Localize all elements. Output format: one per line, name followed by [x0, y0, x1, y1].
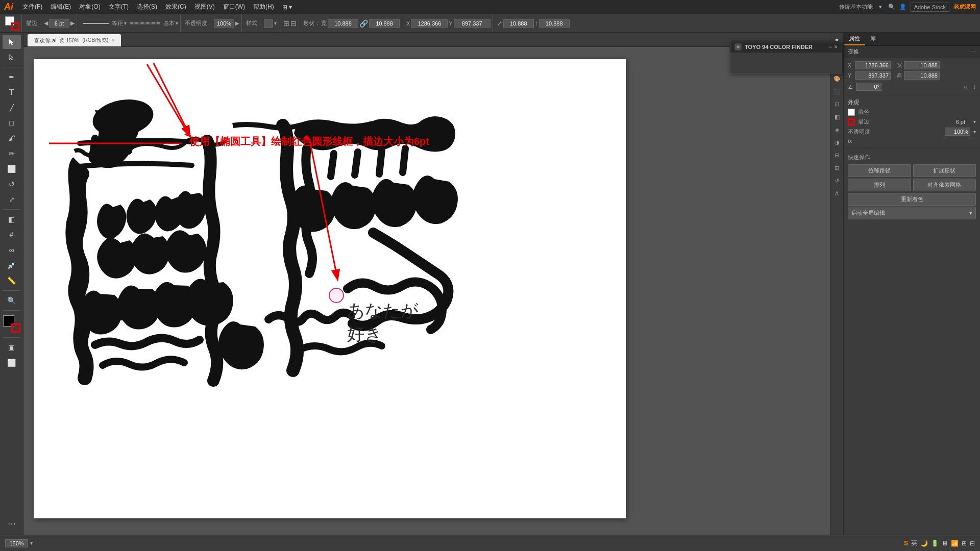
stroke-dropdown-arrow[interactable]: ▾: [973, 119, 976, 124]
menu-view[interactable]: 视图(V): [190, 0, 219, 14]
transform-settings-icon[interactable]: ⋯: [970, 48, 976, 55]
menu-file[interactable]: 文件(F): [18, 0, 46, 14]
mesh-tool[interactable]: #: [3, 228, 21, 242]
eyedropper-tool[interactable]: 💉: [3, 258, 21, 272]
menu-edit[interactable]: 编辑(E): [46, 0, 75, 14]
menu-effects[interactable]: 效果(C): [161, 0, 190, 14]
x-value[interactable]: 1286.366: [411, 19, 448, 28]
menu-mode-icon[interactable]: ⊞ ▾: [278, 0, 296, 14]
charstyle-icon[interactable]: A: [831, 188, 843, 199]
tab-properties[interactable]: 属性: [844, 33, 865, 45]
btn-start-edit[interactable]: 启动全局编辑 ▾: [848, 207, 976, 219]
scale-tool[interactable]: ⤢: [3, 192, 21, 207]
opacity-value-panel[interactable]: 100%: [945, 128, 970, 136]
opacity-value[interactable]: 100%: [214, 19, 234, 28]
w-value[interactable]: 10.888: [328, 19, 358, 28]
stroke-color-swatch[interactable]: [848, 118, 855, 126]
color-finder-close[interactable]: ×: [834, 43, 838, 51]
gradient-panel-icon[interactable]: ◧: [831, 111, 843, 122]
align-panel-icon[interactable]: ⊟: [831, 149, 843, 161]
swatches-icon[interactable]: ⬛: [831, 86, 843, 97]
menu-window[interactable]: 窗口(W): [219, 0, 249, 14]
btn-arrange[interactable]: 排列: [848, 179, 911, 191]
zoom-value[interactable]: 150%: [5, 539, 28, 547]
pathfinder-icon[interactable]: ⊞: [831, 162, 843, 173]
rotate-tool[interactable]: ↺: [3, 177, 21, 191]
transparency-icon[interactable]: ◈: [831, 124, 843, 135]
opacity-more-icon[interactable]: ▶: [235, 20, 239, 26]
flip-h-icon[interactable]: ↔: [963, 83, 969, 90]
stroke-decrease[interactable]: ◀: [44, 20, 48, 27]
transform-icon[interactable]: ↺: [831, 175, 843, 186]
tab-library[interactable]: 库: [865, 33, 881, 45]
eraser-tool[interactable]: ⬜: [3, 162, 21, 176]
btn-recolor[interactable]: 重新着色: [848, 193, 976, 206]
br-more-icon[interactable]: ⊟: [970, 540, 975, 547]
stroke-color-box[interactable]: [11, 323, 20, 333]
fx-label[interactable]: fx: [848, 138, 852, 144]
scale-value[interactable]: 10.888: [503, 19, 534, 28]
br-lang-icon[interactable]: 英: [911, 539, 917, 547]
color-icon[interactable]: 🎨: [831, 73, 843, 84]
btn-expand[interactable]: 扩展形状: [913, 164, 976, 177]
menu-text[interactable]: 文字(T): [105, 0, 133, 14]
zoom-tool[interactable]: 🔍: [3, 293, 21, 308]
select-tool[interactable]: [3, 35, 21, 49]
transform-label: 变换: [848, 48, 859, 56]
stroke-increase[interactable]: ▶: [70, 20, 75, 27]
color-finder-minimize[interactable]: −: [828, 43, 832, 51]
line-tool[interactable]: ╱: [3, 101, 21, 115]
angle-value[interactable]: 0°: [856, 83, 881, 91]
stroke-value[interactable]: 6 pt: [49, 19, 69, 28]
br-settings2-icon[interactable]: ⊞: [962, 540, 967, 547]
pen-tool[interactable]: ✒: [3, 70, 21, 84]
menu-object[interactable]: 对象(O): [75, 0, 104, 14]
paintbrush-tool[interactable]: 🖌: [3, 131, 21, 145]
line2-dropdown-icon[interactable]: ▾: [176, 20, 178, 26]
btn-align-pixels[interactable]: 对齐像素网格: [913, 179, 976, 191]
w-coord-value[interactable]: 10.888: [904, 61, 940, 69]
menu-help[interactable]: 帮助(H): [249, 0, 278, 14]
document-tab[interactable]: 喜欢你.ai @ 150% (RGB/预览) ×: [28, 34, 121, 46]
stroke-icon[interactable]: ⊡: [831, 98, 843, 110]
color-finder-header: TOYO 94 COLOR FINDER − ×: [730, 41, 842, 53]
user-icon[interactable]: 👤: [899, 4, 906, 10]
japanese-text-line1: あなたが: [347, 299, 419, 322]
style-dropdown-icon[interactable]: ▾: [274, 20, 277, 26]
appearance-icon[interactable]: ◑: [831, 137, 843, 148]
pencil-tool[interactable]: ✏: [3, 146, 21, 161]
x-coord-value[interactable]: 1286.366: [855, 61, 891, 69]
screen-mode-btn[interactable]: ⬜: [3, 356, 21, 370]
h-coord-value[interactable]: 10.888: [904, 71, 940, 80]
direct-select-tool[interactable]: [3, 50, 21, 64]
line-dropdown-icon[interactable]: ▾: [124, 20, 127, 26]
search-icon[interactable]: 🔍: [888, 4, 895, 10]
flip-v-icon[interactable]: ↕: [973, 83, 976, 90]
fill-color-swatch[interactable]: [848, 109, 855, 116]
style-swatch[interactable]: [264, 19, 273, 28]
opacity-more-arrow[interactable]: ▾: [973, 129, 976, 135]
add-tool-btn[interactable]: ⋯: [3, 516, 21, 531]
measure-tool[interactable]: 📏: [3, 273, 21, 288]
max-value[interactable]: 10.888: [539, 19, 570, 28]
stroke-size-value[interactable]: 6 pt: [956, 119, 965, 125]
view-mode-btn[interactable]: ▣: [3, 340, 21, 355]
type-tool[interactable]: T: [3, 85, 21, 99]
h-value[interactable]: 10.888: [369, 19, 400, 28]
tab-filename: 喜欢你.ai: [34, 37, 57, 44]
blend-tool[interactable]: ∞: [3, 243, 21, 257]
btn-align-path[interactable]: 位移路径: [848, 164, 911, 177]
y-value[interactable]: 897.337: [454, 19, 491, 28]
stroke-swatch-toolbar[interactable]: [11, 22, 19, 31]
canvas-surface[interactable]: 使用【椭圆工具】绘制红色圆形线框，描边大小为6pt: [23, 49, 830, 535]
tab-close-btn[interactable]: ×: [111, 37, 114, 43]
zoom-dropdown[interactable]: ▾: [30, 540, 33, 546]
ellipse-cursor: [329, 288, 344, 303]
y-coord-value[interactable]: 897.337: [855, 71, 891, 80]
gradient-tool[interactable]: ◧: [3, 212, 21, 227]
menu-select[interactable]: 选择(S): [133, 0, 161, 14]
link-icon[interactable]: 🔗: [359, 19, 368, 28]
adobe-stock-label[interactable]: Adobe Stock: [911, 3, 949, 12]
rect-tool[interactable]: □: [3, 116, 21, 130]
canvas-area[interactable]: 喜欢你.ai @ 150% (RGB/预览) ×: [23, 33, 830, 535]
